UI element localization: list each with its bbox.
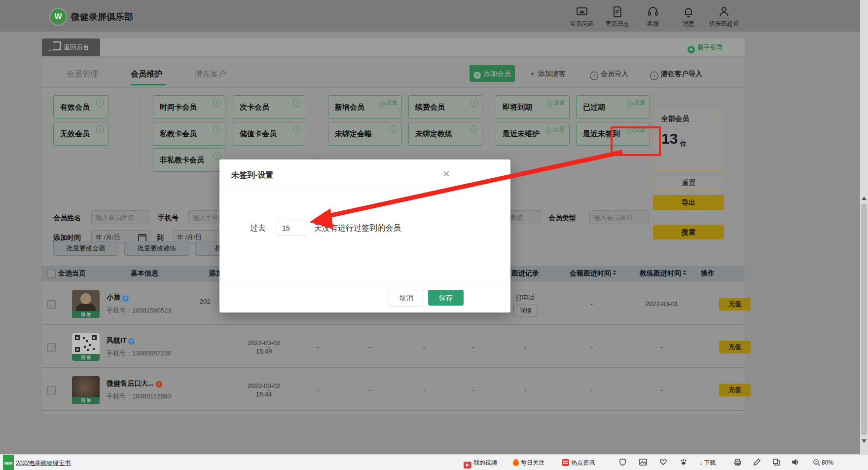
taskbar-download[interactable]: ↓下载 (699, 455, 716, 470)
info-icon: i (470, 99, 478, 107)
search-button[interactable]: 搜索 (653, 225, 724, 239)
membership-follow-value: - (577, 343, 607, 351)
tab-member-manage[interactable]: 会员管理 (67, 69, 98, 79)
sort-icon[interactable] (613, 270, 616, 275)
settings-link[interactable]: ⊙设置 (546, 99, 565, 107)
speaker-icon[interactable] (792, 455, 799, 470)
col-basic-info: 基本信息 (131, 269, 158, 278)
table-row: 国 签 风航IT✓ 手机号：13880557230 2022-03-0215:4… (42, 326, 745, 368)
sort-icon[interactable] (683, 270, 687, 275)
paw-icon[interactable] (680, 455, 687, 470)
member-avatar: 国 签 (72, 290, 100, 318)
plus-circle-icon: + (473, 72, 481, 79)
export-button[interactable]: 导出 (653, 195, 724, 210)
scrollbar[interactable] (860, 0, 868, 454)
screen: W 微健录屏俱乐部 常见问题 更新日志 客服 消息 俱乐部超管 返回后台 ➤新手… (0, 0, 868, 470)
headset-icon (647, 6, 659, 18)
col-coach-follow-time[interactable]: 教练跟进时间 (640, 269, 687, 278)
col-action: 操作 (701, 269, 715, 278)
follow-detail-button[interactable]: 详情 (513, 305, 538, 316)
filter-count-card[interactable]: 次卡会员i (233, 95, 305, 119)
bell-icon (683, 6, 694, 18)
taskbar-zoom-level[interactable]: 80% (813, 455, 833, 470)
plus-icon: ＋ (529, 70, 536, 78)
printer-icon[interactable] (734, 455, 742, 470)
scroll-down-icon[interactable] (862, 439, 867, 443)
nav-messages[interactable]: 消息 (669, 6, 708, 28)
scrollbar-thumb[interactable] (861, 203, 867, 435)
member-count-unit: 位 (680, 139, 687, 148)
filter-non-pt-card[interactable]: 非私教卡会员i (153, 148, 225, 172)
pencil-icon[interactable] (753, 455, 761, 470)
info-icon: i (96, 99, 104, 107)
reset-button[interactable]: 重置 (653, 175, 725, 191)
row-checkbox[interactable] (47, 300, 56, 309)
col-membership-follow-time[interactable]: 会籍跟进时间 (570, 269, 616, 278)
taskbar-daily-follow[interactable]: 每日关注 (513, 455, 544, 470)
filter-invalid-members[interactable]: 无效会员i (53, 122, 108, 146)
member-phone: 手机号：13880557230 (107, 349, 172, 358)
all-members-title: 全部会员 (661, 115, 689, 123)
membership-follow-value: - (577, 300, 607, 308)
table-row: 国 签 微健售后口大...! 手机号：18380112680 2022-03-0… (42, 369, 745, 411)
taskbar-my-videos[interactable]: ▶我的视频 (464, 455, 497, 470)
wechat-bound-icon: ✓ (128, 338, 135, 345)
row-checkbox[interactable] (47, 386, 56, 394)
settings-link[interactable]: ⊙设置 (626, 99, 646, 107)
image-icon[interactable] (639, 455, 647, 470)
nav-faq[interactable]: 常见问题 (562, 6, 602, 28)
info-icon: i (293, 99, 301, 107)
member-name-label: 会员姓名 (53, 214, 81, 223)
shield-icon[interactable] (619, 455, 626, 470)
document-icon (612, 6, 623, 18)
settings-link[interactable]: ⊙设置 (378, 99, 398, 107)
col-follow-record: 跟进记录 (511, 269, 539, 278)
tab-potential-customer[interactable]: 潜在客户 (195, 69, 226, 79)
member-import-button[interactable]: ↑会员导入 (590, 65, 628, 82)
heart-icon[interactable] (659, 455, 667, 470)
filter-pt-card[interactable]: 私教卡会员i (153, 122, 225, 146)
row-checkbox[interactable] (47, 343, 56, 352)
gear-icon: ⊙ (378, 101, 385, 107)
info-icon: i (213, 125, 221, 133)
member-name-input[interactable]: 输入会员姓名 (91, 210, 149, 224)
filter-time-card[interactable]: 时间卡会员i (153, 95, 225, 119)
upload-icon: ↑ (590, 72, 598, 80)
nav-support[interactable]: 客服 (633, 6, 673, 28)
nav-changelog[interactable]: 更新日志 (598, 6, 637, 28)
recharge-button[interactable]: 充值 (719, 341, 751, 353)
cancel-button[interactable]: 取消 (389, 290, 424, 307)
windows-icon[interactable] (772, 455, 780, 470)
tab-divider (42, 87, 745, 88)
potential-import-button[interactable]: ↑潜在客户导入 (650, 65, 702, 82)
save-button[interactable]: 保存 (428, 290, 464, 306)
cell-dash: - (409, 386, 439, 393)
days-prefix-label: 过去 (250, 223, 266, 234)
beginner-guide-button[interactable]: ➤新手引导 (683, 41, 728, 53)
batch-change-coach-button[interactable]: 批量更改教练 (124, 241, 189, 256)
scroll-up-icon[interactable] (862, 196, 867, 200)
filter-new-members[interactable]: 新增会员⊙设置 (328, 95, 402, 119)
member-count: 13 (661, 130, 678, 147)
taskbar-hot-news[interactable]: 热点资讯 (562, 455, 595, 470)
recharge-button[interactable]: 充值 (719, 298, 751, 311)
os-taskbar: NEW2022电商购物绿宝书 ▶我的视频 每日关注 热点资讯 ↓下载 80% (0, 454, 868, 470)
filter-valid-members[interactable]: 有效会员i (53, 95, 108, 119)
col-select-all: 全选当页 (58, 269, 86, 278)
batch-change-membership-button[interactable]: 批量更改会籍 (53, 241, 118, 256)
filter-renewal-members[interactable]: 续费会员i (408, 95, 482, 119)
taskbar-pinned-item[interactable]: NEW2022电商购物绿宝书 (3, 455, 71, 470)
recharge-button[interactable]: 充值 (719, 384, 751, 396)
add-member-button[interactable]: +添加会员 (470, 65, 515, 82)
active-tab-underline (131, 84, 166, 85)
nav-account[interactable]: 俱乐部超管 (704, 6, 744, 28)
filter-stored-value-card[interactable]: 储值卡会员i (233, 122, 305, 146)
select-all-checkbox[interactable] (47, 270, 56, 278)
tab-member-maintain[interactable]: 会员维护 (131, 69, 162, 79)
filter-expiring-soon[interactable]: 即将到期⊙设置 (496, 95, 570, 119)
avatar-face (80, 293, 91, 304)
filter-expired[interactable]: 已过期⊙设置 (576, 95, 650, 119)
add-potential-button[interactable]: ＋添加潜客 (529, 65, 566, 82)
back-to-admin-button[interactable]: 返回后台 (42, 39, 100, 56)
cell-dash: - (459, 386, 488, 393)
